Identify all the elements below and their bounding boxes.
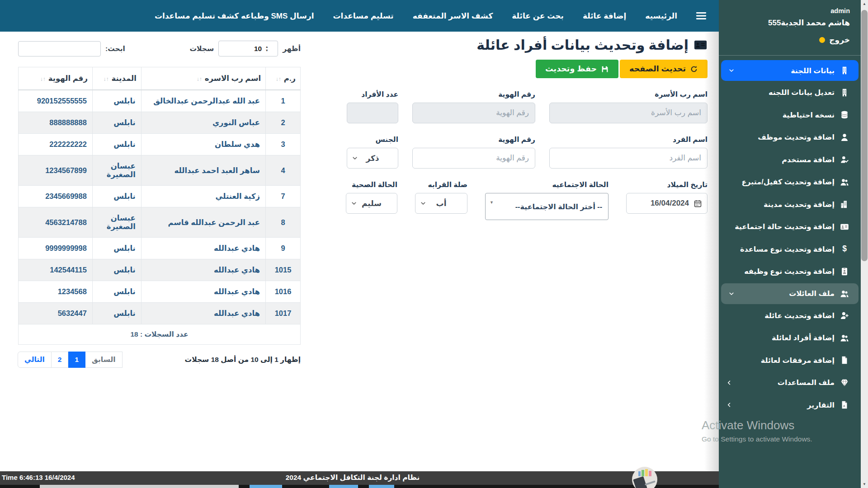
sort-icon: ↑↓	[197, 76, 202, 82]
gender-label: الجنس	[347, 136, 398, 144]
column-header[interactable]: اسم رب الاسره↑↓	[141, 67, 265, 90]
head-name-input[interactable]	[549, 103, 708, 123]
sidebar-item[interactable]: نسخه احتياطية	[719, 104, 861, 127]
pagination-item[interactable]: السابق	[85, 352, 123, 368]
members-count-input[interactable]	[347, 103, 398, 123]
sidebar-item[interactable]: إضافة وتحديث نوع وظيفه	[719, 260, 861, 283]
table-row[interactable]: 1017 هادي عبدالله نابلس 5632447	[19, 303, 301, 324]
scrollbar-up-icon[interactable]: ▲	[861, 0, 868, 8]
search-input[interactable]	[18, 41, 101, 56]
sidebar-item[interactable]: إضافة وتحديث حالة اجتماعية	[719, 216, 861, 238]
cell-city: نابلس	[92, 281, 141, 303]
table-controls: أظهر ▴▾ 10 سجلات ابحث:	[18, 41, 301, 56]
records-count: عدد السجلات : 18	[19, 324, 301, 345]
logout-link[interactable]: خروج	[730, 35, 850, 45]
table-info: إظهار 1 إلى 10 من أصل 18 سجلات	[185, 356, 301, 364]
pagination-item[interactable]: التالي	[18, 352, 52, 368]
refresh-page-button[interactable]: تحديث الصفحه	[620, 60, 708, 78]
navbar-link[interactable]: كشف الاسر المتعففه	[413, 11, 493, 21]
scrollbar-down-icon[interactable]: ▼	[861, 480, 868, 488]
table-row[interactable]: 4 ساهر العبد احمد عبدالله عبسان الصغيرة …	[19, 155, 301, 186]
members-count-label: عدد الأفراد	[347, 90, 398, 99]
birth-date-input[interactable]: 16/04/2024	[626, 193, 708, 214]
sidebar-item[interactable]: اضافة وتحديث موظف	[719, 126, 861, 149]
navbar-link[interactable]: تسليم مساعدات	[333, 11, 394, 21]
table-row[interactable]: 7 زكية العنتلي نابلس 2345669988	[19, 186, 301, 207]
pagination-item[interactable]: 2	[51, 352, 69, 368]
sidebar-item[interactable]: ملف العائلات	[721, 283, 859, 304]
stepper-arrows-icon[interactable]: ▴▾	[266, 45, 268, 52]
cell-row-number: 1017	[266, 303, 301, 324]
sidebar-item[interactable]: إضافة وتحديث مدينة	[719, 193, 861, 216]
sort-icon: ↑↓	[103, 76, 108, 82]
cell-row-number: 2	[266, 112, 301, 134]
sidebar-item[interactable]: اضافة وتحديث عائلة	[719, 305, 861, 327]
navbar-link[interactable]: الرئيسيه	[645, 11, 677, 21]
sidebar-item[interactable]: بيانات اللجنة	[721, 60, 859, 81]
member-id-label: رقم الهوية	[412, 136, 535, 144]
table-row[interactable]: 3 هدي سلطان نابلس 222222222	[19, 134, 301, 155]
scrollbar-thumb[interactable]	[861, 10, 868, 261]
head-name-label: اسم رب الأسرة	[549, 90, 708, 99]
chevron-icon	[728, 291, 735, 297]
social-status-label: الحالة الاجتماعيه	[485, 181, 609, 189]
sidebar-item[interactable]: إضافة أفراد لعائلة	[719, 327, 861, 349]
sidebar-item[interactable]: إضافة وتحديث كفيل/متبرع	[719, 171, 861, 193]
navbar-link[interactable]: إضافة عائلة	[583, 11, 626, 21]
sidebar-item-icon	[840, 333, 849, 343]
cell-city: نابلس	[92, 186, 141, 207]
table-row[interactable]: 1016 هادي عبدالله نابلس 1234568	[19, 281, 301, 303]
member-id-input[interactable]	[412, 148, 535, 169]
birth-date-label: تاريخ الميلاد	[626, 181, 708, 189]
sidebar-item[interactable]: تعديل بيانات اللجنه	[719, 81, 861, 104]
column-header[interactable]: ر.م↑↓	[266, 67, 301, 90]
sidebar-item-icon	[840, 356, 849, 365]
sidebar-item[interactable]: اضافة مستخدم	[719, 149, 861, 171]
relation-select[interactable]: أب	[415, 193, 467, 214]
cell-id-number: 888888888	[19, 112, 93, 134]
table-row[interactable]: 9 هادي عبدالله نابلس 9999999998	[19, 238, 301, 259]
cell-city: نابلس	[92, 112, 141, 134]
health-status-select[interactable]: سليم	[346, 193, 397, 214]
cell-head-name: هادي عبدالله	[141, 281, 265, 303]
footer-system-name: نظام ادارة لجنة التكافل الاجتماعي 2024	[0, 474, 705, 482]
action-buttons: تحديث الصفحه حفظ وتحديث	[340, 60, 708, 78]
navbar-link[interactable]: بحث عن عائلة	[512, 11, 564, 21]
sidebar-item-icon	[840, 267, 849, 276]
main-content: إضافة وتحديث بيانات أفراد عائلة تحديث ال…	[0, 32, 719, 471]
table-row[interactable]: 8 عبد الرحمن عبدالله قاسم عبسان الصغيرة …	[19, 207, 301, 238]
cell-row-number: 1	[266, 90, 301, 112]
cell-city: عبسان الصغيرة	[92, 207, 141, 238]
taskbar-strip	[0, 485, 719, 488]
taskbar-segment	[329, 485, 358, 488]
head-id-input[interactable]	[412, 103, 535, 123]
navbar-links: الرئيسيهإضافة عائلةبحث عن عائلةكشف الاسر…	[155, 11, 677, 21]
page-scrollbar[interactable]: ▲ ▼	[861, 0, 868, 488]
column-header[interactable]: رقم الهوية↑↓	[19, 67, 93, 90]
table-row[interactable]: 1 عبد الله عبدالرحمن عبدالخالق نابلس 920…	[19, 90, 301, 112]
save-update-button[interactable]: حفظ وتحديث	[536, 60, 618, 78]
menu-icon[interactable]	[695, 10, 707, 22]
member-name-input[interactable]	[549, 148, 708, 169]
table-row[interactable]: 2 عباس النوري نابلس 888888888	[19, 112, 301, 134]
page-size-input[interactable]: ▴▾ 10	[218, 41, 278, 56]
sidebar-item[interactable]: التقارير	[719, 394, 861, 417]
cell-head-name: عباس النوري	[141, 112, 265, 134]
cell-row-number: 3	[266, 134, 301, 155]
column-header[interactable]: المدينة↑↓	[92, 67, 141, 90]
sidebar-item-icon	[840, 155, 849, 164]
sidebar-item[interactable]: إضافة وتحديث نوع مساعدة	[719, 238, 861, 261]
table-row[interactable]: 1015 هادي عبدالله نابلس 142544115	[19, 259, 301, 281]
cell-row-number: 9	[266, 238, 301, 259]
cell-id-number: 1234568	[19, 281, 93, 303]
navbar-link[interactable]: ارسال SMS وطباعه كشف تسليم مساعدات	[155, 11, 314, 21]
sidebar-item[interactable]: إضافة مرفقات لعائلة	[719, 349, 861, 372]
pagination-item[interactable]: 1	[68, 352, 85, 368]
gender-select[interactable]: ذكر	[347, 148, 398, 169]
chevron-icon	[726, 402, 732, 408]
sidebar-item[interactable]: ملف المساعدات	[719, 371, 861, 394]
cell-city: نابلس	[92, 134, 141, 155]
cell-head-name: عبد الرحمن عبدالله قاسم	[141, 207, 265, 238]
cell-row-number: 1015	[266, 259, 301, 281]
social-status-select[interactable]: -- أختر الحالة الاجتماعية-- ▼	[485, 193, 609, 220]
